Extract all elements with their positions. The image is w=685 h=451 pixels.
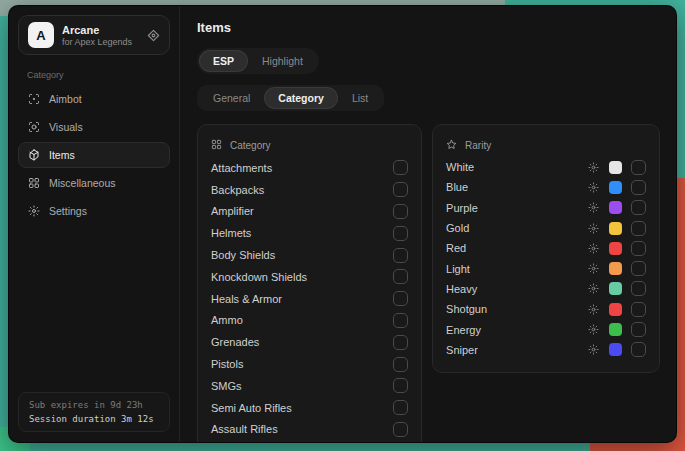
brand-card: A Arcane for Apex Legends [18, 15, 170, 55]
color-swatch[interactable] [609, 262, 622, 275]
settings-icon[interactable] [588, 182, 599, 193]
rarity-row: Gold [446, 218, 646, 238]
category-panel-title: Category [230, 140, 271, 151]
rarity-checkbox[interactable] [631, 281, 646, 296]
category-checkbox[interactable] [393, 160, 408, 175]
main-content: Items ESPHighlight GeneralCategoryList C… [180, 6, 676, 442]
rarity-checkbox[interactable] [631, 261, 646, 276]
rarity-checkbox[interactable] [631, 342, 646, 357]
rarity-checkbox[interactable] [631, 200, 646, 215]
rarity-checkbox[interactable] [631, 180, 646, 195]
color-swatch[interactable] [609, 343, 622, 356]
sidebar-item-label: Settings [49, 205, 87, 217]
tab-general[interactable]: General [200, 88, 263, 108]
category-label: Grenades [211, 336, 259, 348]
settings-icon[interactable] [588, 283, 599, 294]
sidebar-section-label: Category [27, 70, 170, 80]
sidebar-item-label: Visuals [49, 121, 83, 133]
rarity-row: Purple [446, 198, 646, 218]
sidebar-item-label: Miscellaneous [49, 177, 116, 189]
panels-area: Category AttachmentsBackpacksAmplifierHe… [197, 124, 660, 442]
color-swatch[interactable] [609, 242, 622, 255]
tab-category[interactable]: Category [265, 88, 337, 108]
mode-esp[interactable]: ESP [200, 51, 247, 71]
sidebar-item-aimbot[interactable]: Aimbot [18, 86, 170, 112]
sidebar-item-label: Items [49, 149, 75, 161]
rarity-row: Light [446, 258, 646, 278]
rarity-checkbox[interactable] [631, 241, 646, 256]
sidebar-item-miscellaneous[interactable]: Miscellaneous [18, 170, 170, 196]
mode-toggle: ESPHighlight [197, 48, 319, 74]
brand-title: Arcane [62, 24, 132, 36]
category-checkbox[interactable] [393, 269, 408, 284]
rarity-checkbox[interactable] [631, 221, 646, 236]
category-row: Helmets [211, 222, 408, 244]
sidebar-item-label: Aimbot [49, 93, 82, 105]
mode-highlight[interactable]: Highlight [249, 51, 316, 71]
category-checkbox[interactable] [393, 226, 408, 241]
sub-expiry-text: Sub expires in 9d 23h [29, 400, 159, 410]
rarity-label: Heavy [446, 283, 588, 295]
category-checkbox[interactable] [393, 204, 408, 219]
category-label: Attachments [211, 162, 272, 174]
settings-icon[interactable] [588, 344, 599, 355]
sidebar-item-settings[interactable]: Settings [18, 198, 170, 224]
category-checkbox[interactable] [393, 357, 408, 372]
settings-icon[interactable] [588, 223, 599, 234]
category-label: Pistols [211, 358, 243, 370]
rarity-row: Shotgun [446, 299, 646, 319]
category-checkbox[interactable] [393, 335, 408, 350]
app-window: A Arcane for Apex Legends Category Aimbo… [8, 5, 677, 443]
category-label: Assault Rifles [211, 423, 278, 435]
grid-icon [211, 139, 222, 152]
settings-icon[interactable] [588, 243, 599, 254]
category-row: Attachments [211, 157, 408, 179]
color-swatch[interactable] [609, 323, 622, 336]
rarity-label: Blue [446, 181, 588, 193]
items-icon [28, 149, 40, 161]
rarity-panel: Rarity WhiteBluePurpleGoldRedLightHeavyS… [432, 124, 660, 373]
subscription-info-card: Sub expires in 9d 23h Session duration 3… [18, 392, 170, 432]
category-checkbox[interactable] [393, 313, 408, 328]
star-icon [446, 139, 457, 152]
color-swatch[interactable] [609, 282, 622, 295]
category-checkbox[interactable] [393, 378, 408, 393]
rarity-checkbox[interactable] [631, 302, 646, 317]
sidebar-item-items[interactable]: Items [18, 142, 170, 168]
color-swatch[interactable] [609, 161, 622, 174]
rarity-label: Energy [446, 324, 588, 336]
sidebar-item-visuals[interactable]: Visuals [18, 114, 170, 140]
color-swatch[interactable] [609, 222, 622, 235]
color-swatch[interactable] [609, 181, 622, 194]
category-label: Semi Auto Rifles [211, 402, 292, 414]
category-label: Amplifier [211, 205, 254, 217]
category-row: Assault Rifles [211, 419, 408, 441]
settings-icon[interactable] [588, 304, 599, 315]
settings-icon[interactable] [588, 263, 599, 274]
category-row: Semi Auto Rifles [211, 397, 408, 419]
category-checkbox[interactable] [393, 291, 408, 306]
brand-subtitle: for Apex Legends [62, 37, 132, 47]
category-panel: Category AttachmentsBackpacksAmplifierHe… [197, 124, 422, 442]
tab-list[interactable]: List [339, 88, 381, 108]
rarity-checkbox[interactable] [631, 322, 646, 337]
crosshair-icon[interactable] [147, 29, 160, 42]
category-checkbox[interactable] [393, 400, 408, 415]
category-label: Heals & Armor [211, 293, 282, 305]
category-checkbox[interactable] [393, 248, 408, 263]
settings-icon[interactable] [588, 162, 599, 173]
rarity-label: Red [446, 242, 588, 254]
settings-icon[interactable] [588, 324, 599, 335]
category-checkbox[interactable] [393, 422, 408, 437]
category-label: Helmets [211, 227, 251, 239]
color-swatch[interactable] [609, 201, 622, 214]
rarity-checkbox[interactable] [631, 160, 646, 175]
rarity-panel-title: Rarity [465, 140, 491, 151]
category-label: Ammo [211, 314, 243, 326]
category-row: Ammo [211, 310, 408, 332]
gear-icon [28, 205, 40, 217]
category-checkbox[interactable] [393, 182, 408, 197]
settings-icon[interactable] [588, 202, 599, 213]
rarity-label: Purple [446, 202, 588, 214]
color-swatch[interactable] [609, 303, 622, 316]
